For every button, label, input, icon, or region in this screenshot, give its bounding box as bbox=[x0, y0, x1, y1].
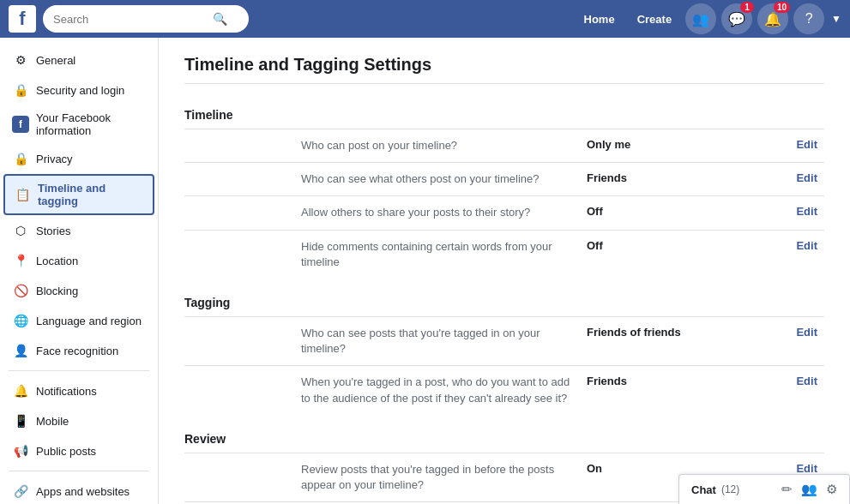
table-row: Allow others to share your posts to thei… bbox=[184, 196, 824, 230]
top-navigation: f 🔍 Home Create 👥 💬 1 🔔 10 ? ▼ bbox=[0, 0, 850, 38]
help-icon-btn[interactable]: ? bbox=[793, 3, 824, 34]
sidebar-label-language: Language and region bbox=[36, 315, 142, 327]
edit-tag-audience[interactable]: Edit bbox=[714, 366, 824, 415]
general-icon: ⚙ bbox=[12, 51, 29, 69]
row-spacer bbox=[184, 366, 294, 415]
question-icon: ? bbox=[805, 11, 813, 27]
sidebar-divider-2 bbox=[9, 471, 149, 471]
page-layout: ⚙ General 🔒 Security and login f Your Fa… bbox=[0, 38, 850, 504]
table-row: Who can post on your timeline? Only me E… bbox=[184, 129, 824, 163]
security-icon: 🔒 bbox=[12, 81, 29, 99]
messenger-icon: 💬 bbox=[728, 11, 745, 27]
sidebar-label-mobile: Mobile bbox=[36, 415, 69, 428]
sidebar-label-privacy: Privacy bbox=[36, 153, 73, 165]
create-link[interactable]: Create bbox=[629, 8, 680, 31]
face-icon: 👤 bbox=[12, 342, 29, 359]
sidebar-label-your-facebook: Your Facebook information bbox=[36, 111, 146, 137]
row-spacer bbox=[184, 163, 294, 196]
notifications-badge: 10 bbox=[774, 2, 790, 13]
section-header-timeline: Timeline bbox=[184, 98, 824, 129]
chat-count: (12) bbox=[721, 483, 739, 495]
sidebar-item-security[interactable]: 🔒 Security and login bbox=[3, 75, 154, 105]
section-header-review: Review bbox=[184, 422, 824, 453]
table-row: Who can see what others post on your tim… bbox=[184, 163, 824, 196]
row-spacer bbox=[184, 316, 294, 365]
spacer-row bbox=[184, 415, 824, 422]
section-label-review: Review bbox=[184, 422, 294, 453]
mobile-icon: 📱 bbox=[12, 412, 29, 429]
privacy-icon: 🔒 bbox=[12, 150, 29, 167]
sidebar: ⚙ General 🔒 Security and login f Your Fa… bbox=[0, 38, 159, 504]
chat-bar[interactable]: Chat (12) ✏ 👥 ⚙ bbox=[678, 474, 850, 504]
sidebar-label-timeline: Timeline and tagging bbox=[38, 182, 144, 207]
sidebar-item-your-facebook[interactable]: f Your Facebook information bbox=[3, 105, 154, 143]
value-tag-audience: Friends bbox=[580, 366, 714, 415]
search-icon: 🔍 bbox=[213, 12, 227, 26]
sidebar-item-language[interactable]: 🌐 Language and region bbox=[3, 306, 154, 335]
sidebar-label-general: General bbox=[36, 54, 75, 67]
sidebar-label-location: Location bbox=[36, 255, 78, 267]
language-icon: 🌐 bbox=[12, 312, 29, 329]
timeline-icon: 📋 bbox=[14, 186, 31, 203]
nav-right: Home Create 👥 💬 1 🔔 10 ? ▼ bbox=[576, 3, 841, 34]
chat-add-friend-icon[interactable]: 👥 bbox=[801, 482, 817, 497]
sidebar-label-face: Face recognition bbox=[36, 345, 118, 357]
bell-icon: 🔔 bbox=[764, 11, 781, 27]
sidebar-item-stories[interactable]: ⬡ Stories bbox=[3, 216, 154, 245]
row-spacer bbox=[184, 196, 294, 230]
spacer-row bbox=[184, 279, 824, 285]
row-spacer bbox=[184, 230, 294, 279]
sidebar-item-notifications[interactable]: 🔔 Notifications bbox=[3, 376, 154, 405]
section-label-timeline: Timeline bbox=[184, 98, 294, 129]
sidebar-label-notifications: Notifications bbox=[36, 385, 97, 398]
question-review-tagged: Review posts that you're tagged in befor… bbox=[294, 453, 580, 501]
friends-icon-btn[interactable]: 👥 bbox=[685, 3, 716, 34]
sidebar-label-security: Security and login bbox=[36, 84, 124, 97]
sidebar-label-blocking: Blocking bbox=[36, 285, 78, 297]
sidebar-item-general[interactable]: ⚙ General bbox=[3, 45, 154, 75]
edit-tag-timeline[interactable]: Edit bbox=[714, 316, 824, 365]
question-who-can-post: Who can post on your timeline? bbox=[294, 129, 580, 163]
account-dropdown[interactable]: ▼ bbox=[831, 13, 841, 25]
section-header-tagging: Tagging bbox=[184, 285, 824, 317]
sidebar-item-blocking[interactable]: 🚫 Blocking bbox=[3, 276, 154, 305]
stories-icon: ⬡ bbox=[12, 222, 29, 239]
messages-icon-btn[interactable]: 💬 1 bbox=[721, 3, 752, 34]
page-title: Timeline and Tagging Settings bbox=[184, 55, 824, 84]
search-input[interactable] bbox=[53, 13, 208, 26]
value-share-story: Off bbox=[580, 196, 714, 230]
messages-badge: 1 bbox=[740, 2, 754, 13]
row-spacer bbox=[184, 453, 294, 501]
facebook-info-icon: f bbox=[12, 116, 29, 133]
chat-settings-icon[interactable]: ⚙ bbox=[826, 482, 837, 497]
sidebar-item-timeline[interactable]: 📋 Timeline and tagging bbox=[3, 174, 154, 215]
chat-edit-icon[interactable]: ✏ bbox=[781, 482, 793, 497]
blocking-icon: 🚫 bbox=[12, 282, 29, 299]
sidebar-item-mobile[interactable]: 📱 Mobile bbox=[3, 406, 154, 435]
table-row: Hide comments containing certain words f… bbox=[184, 230, 824, 279]
sidebar-item-location[interactable]: 📍 Location bbox=[3, 246, 154, 275]
edit-share-story[interactable]: Edit bbox=[714, 196, 824, 230]
public-posts-icon: 📢 bbox=[12, 442, 29, 459]
edit-who-can-see-others[interactable]: Edit bbox=[714, 163, 824, 196]
edit-who-can-post[interactable]: Edit bbox=[714, 129, 824, 163]
apps-icon: 🔗 bbox=[12, 483, 29, 500]
fb-letter: f bbox=[19, 9, 25, 28]
search-bar[interactable]: 🔍 bbox=[43, 5, 249, 33]
sidebar-item-public-posts[interactable]: 📢 Public posts bbox=[3, 436, 154, 465]
question-share-story: Allow others to share your posts to thei… bbox=[294, 196, 580, 230]
sidebar-item-face[interactable]: 👤 Face recognition bbox=[3, 336, 154, 365]
table-row: When you're tagged in a post, who do you… bbox=[184, 366, 824, 415]
sidebar-item-privacy[interactable]: 🔒 Privacy bbox=[3, 144, 154, 173]
question-hide-comments: Hide comments containing certain words f… bbox=[294, 230, 580, 279]
main-content: Timeline and Tagging Settings Timeline W… bbox=[159, 38, 850, 504]
home-link[interactable]: Home bbox=[576, 8, 624, 31]
location-icon: 📍 bbox=[12, 252, 29, 269]
value-who-can-post: Only me bbox=[580, 129, 714, 163]
edit-hide-comments[interactable]: Edit bbox=[714, 230, 824, 279]
notifications-icon-btn[interactable]: 🔔 10 bbox=[757, 3, 788, 34]
settings-table: Timeline Who can post on your timeline? … bbox=[184, 98, 824, 504]
chat-label: Chat bbox=[691, 483, 716, 496]
sidebar-item-apps[interactable]: 🔗 Apps and websites bbox=[3, 477, 154, 504]
facebook-logo[interactable]: f bbox=[9, 5, 36, 33]
